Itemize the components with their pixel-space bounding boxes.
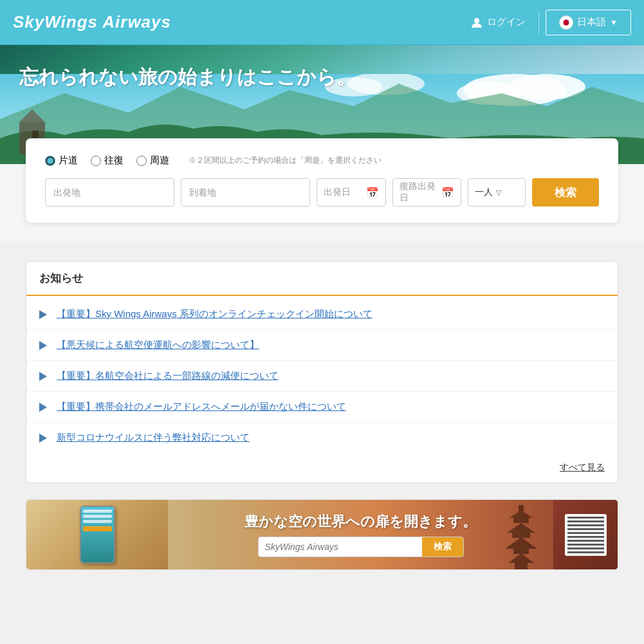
notice-item: 【重要】名航空会社による一部路線の減便について: [26, 361, 618, 392]
qr-code: [565, 514, 607, 556]
app-search-button[interactable]: 検索: [422, 537, 463, 557]
roundtrip-radio[interactable]: [91, 156, 101, 166]
notice-arrow-icon: [39, 341, 47, 350]
roundtrip-label: 往復: [104, 154, 124, 167]
notice-arrow-icon: [39, 310, 47, 319]
svg-rect-19: [519, 505, 524, 511]
notice-link[interactable]: 【悪天候による航空便運航への影響について】: [57, 339, 259, 351]
return-date-label: 復路出発日: [400, 181, 437, 204]
app-banner-title: 豊かな空の世界への扉を開きます。: [244, 512, 477, 531]
lang-label: 日本語: [577, 16, 606, 28]
notice-arrow-icon: [39, 434, 47, 443]
phone-btn: [83, 526, 112, 531]
notice-item: 【悪天候による航空便運航への影響について】: [26, 330, 618, 361]
notice-footer: すべて見る: [26, 456, 618, 483]
notice-item: 【重要】Sky Wings Airways 系列のオンラインチェックイン開始につ…: [26, 299, 618, 330]
passengers-dropdown-icon: ▽: [496, 189, 501, 197]
main-content: お知らせ 【重要】Sky Wings Airways 系列のオンラインチェックイ…: [0, 242, 644, 589]
return-date-field[interactable]: 復路出発日 📅: [392, 178, 462, 207]
svg-rect-15: [512, 533, 530, 538]
login-label: ログイン: [487, 16, 526, 28]
header: SkyWings Airways ログイン 日本語 ▼: [0, 0, 644, 45]
oneway-label: 片道: [59, 154, 78, 167]
destination-input[interactable]: [181, 178, 310, 207]
svg-marker-14: [505, 537, 537, 549]
language-selector[interactable]: 日本語 ▼: [546, 10, 631, 35]
multi-option[interactable]: 周遊: [136, 154, 169, 167]
notice-item: 【重要】携帯会社のメールアドレスへメールが届かない件について: [26, 392, 618, 423]
trip-type-selector: 片道 往復 周遊 ※２区間以上のご予約の場合は「周遊」を選択ください: [45, 154, 599, 167]
svg-rect-11: [515, 563, 528, 569]
header-right: ログイン 日本語 ▼: [457, 10, 631, 35]
app-phone-mockup: [80, 506, 115, 564]
return-calendar-icon: 📅: [441, 187, 454, 199]
passengers-field[interactable]: 一人 ▽: [468, 178, 526, 207]
calendar-icon: 📅: [366, 187, 379, 199]
oneway-option[interactable]: 片道: [45, 154, 78, 167]
radio-hint: ※２区間以上のご予約の場合は「周遊」を選択ください: [189, 155, 382, 166]
origin-input[interactable]: [45, 178, 174, 207]
chevron-down-icon: ▼: [610, 18, 618, 27]
app-banner: 豊かな空の世界への扉を開きます。 検索: [26, 499, 618, 570]
svg-rect-17: [513, 518, 529, 523]
svg-marker-12: [508, 553, 534, 563]
hero-tagline: 忘れられない旅の始まりはここから。: [19, 64, 356, 91]
temple-silhouette-icon: [495, 505, 547, 569]
notice-item: 新型コロナウイルスに伴う弊社対応について: [26, 423, 618, 453]
passengers-label: 一人: [475, 187, 493, 198]
search-panel: 片道 往復 周遊 ※２区間以上のご予約の場合は「周遊」を選択ください 出発日 📅…: [26, 138, 618, 223]
svg-marker-16: [507, 523, 535, 533]
notice-list: 【重要】Sky Wings Airways 系列のオンラインチェックイン開始につ…: [26, 296, 618, 456]
japan-flag-icon: [559, 15, 573, 30]
phone-line: [83, 515, 112, 518]
search-panel-wrapper: 片道 往復 周遊 ※２区間以上のご予約の場合は「周遊」を選択ください 出発日 📅…: [0, 138, 644, 242]
notice-link[interactable]: 新型コロナウイルスに伴う弊社対応について: [57, 432, 250, 444]
see-all-link[interactable]: すべて見る: [560, 462, 605, 472]
app-banner-left: [26, 500, 168, 569]
svg-rect-13: [513, 549, 529, 554]
oneway-radio[interactable]: [45, 156, 55, 166]
app-search-input[interactable]: [259, 537, 422, 557]
notice-link[interactable]: 【重要】名航空会社による一部路線の減便について: [57, 370, 279, 382]
app-search-bar: 検索: [258, 537, 464, 557]
departure-date-label: 出発日: [324, 187, 361, 198]
user-icon: [470, 16, 483, 29]
phone-line: [83, 520, 112, 523]
notice-header: お知らせ: [26, 262, 618, 296]
notice-link[interactable]: 【重要】携帯会社のメールアドレスへメールが届かない件について: [57, 401, 346, 413]
notice-link[interactable]: 【重要】Sky Wings Airways 系列のオンラインチェックイン開始につ…: [57, 308, 373, 320]
notice-arrow-icon: [39, 403, 47, 412]
notice-section: お知らせ 【重要】Sky Wings Airways 系列のオンラインチェックイ…: [26, 261, 618, 483]
multi-label: 周遊: [150, 154, 169, 167]
logo: SkyWings Airways: [13, 12, 171, 32]
search-fields: 出発日 📅 復路出発日 📅 一人 ▽ 検索: [45, 178, 599, 207]
search-button[interactable]: 検索: [532, 178, 599, 207]
phone-line: [83, 510, 112, 513]
notice-arrow-icon: [39, 372, 47, 381]
departure-date-field[interactable]: 出発日 📅: [317, 178, 386, 207]
app-banner-right: [553, 500, 618, 569]
qr-pattern: [567, 517, 604, 553]
roundtrip-option[interactable]: 往復: [91, 154, 124, 167]
svg-point-0: [474, 18, 479, 23]
multi-radio[interactable]: [136, 156, 147, 166]
login-button[interactable]: ログイン: [457, 11, 539, 34]
phone-screen: [81, 507, 114, 562]
